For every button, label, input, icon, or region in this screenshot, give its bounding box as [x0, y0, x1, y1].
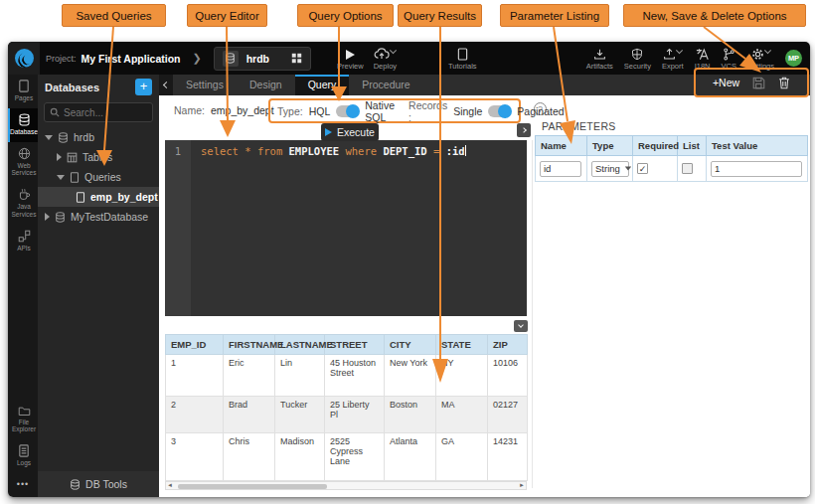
type-toggle[interactable]	[336, 105, 359, 117]
results-table: EMP_ID FIRSTNAME LASTNAME STREET CITY ST…	[165, 334, 528, 481]
collapse-panel-button[interactable]	[159, 75, 173, 95]
db-tab-label: hrdb	[246, 53, 269, 65]
col-firstname[interactable]: FIRSTNAME	[224, 335, 275, 355]
param-col-type: Type	[587, 136, 633, 156]
chevron-down-icon	[390, 47, 397, 54]
col-zip[interactable]: ZIP	[488, 335, 528, 355]
records-option-single[interactable]: Single	[453, 105, 482, 117]
param-col-required: Required	[633, 136, 678, 156]
param-name-input[interactable]	[540, 161, 581, 177]
table-row: 1Eric Lin45 Houston Street New YorkNY 10…	[166, 355, 528, 397]
play-icon	[344, 47, 356, 61]
rail-more-button[interactable]: •••	[8, 473, 38, 497]
delete-icon[interactable]	[778, 77, 790, 89]
globe-icon	[18, 147, 31, 160]
records-toggle[interactable]	[488, 105, 511, 117]
upload-tray-icon	[663, 47, 682, 61]
databases-icon	[18, 113, 31, 126]
col-street[interactable]: STREET	[325, 335, 385, 355]
required-checkbox[interactable]: ✓	[637, 163, 648, 174]
vcs-button[interactable]: VCS	[721, 47, 735, 71]
database-icon	[58, 132, 69, 143]
tree-node-emp-by-dept[interactable]: emp_by_dept	[38, 187, 159, 207]
callout-query-editor: Query Editor	[187, 4, 267, 27]
tab-settings[interactable]: Settings	[173, 75, 237, 95]
rail-item-web-services[interactable]: Web Services	[8, 142, 38, 184]
deploy-button[interactable]: Deploy	[374, 47, 397, 71]
query-name-value[interactable]: emp_by_dept	[211, 104, 274, 116]
param-col-name: Name	[536, 136, 587, 156]
tab-design[interactable]: Design	[237, 75, 295, 95]
expand-parameters-button[interactable]	[517, 123, 531, 137]
search-input[interactable]	[64, 107, 143, 118]
param-test-value-input[interactable]	[711, 161, 802, 177]
rail-item-databases[interactable]: Databases	[8, 108, 38, 142]
preview-button[interactable]: Preview	[337, 47, 364, 71]
scroll-left-icon[interactable]: ◄	[166, 482, 174, 489]
col-city[interactable]: CITY	[385, 335, 436, 355]
chevron-down-icon	[676, 47, 683, 54]
query-content: Name: emp_by_dept Type: HQL Native SQL R…	[159, 95, 810, 497]
chevron-down-icon	[518, 322, 524, 328]
grid-switcher-icon[interactable]	[291, 53, 302, 64]
type-option-native-sql[interactable]: Native SQL	[365, 99, 395, 123]
artifacts-button[interactable]: Artifacts	[586, 47, 613, 71]
export-button[interactable]: Export	[662, 47, 684, 71]
database-search-box[interactable]	[44, 102, 153, 122]
rail-item-pages[interactable]: Pages	[8, 75, 38, 108]
topbar-right-group: Artifacts Security Export	[586, 47, 810, 71]
records-option-paginated[interactable]: Paginated	[517, 105, 564, 117]
chevron-left-icon	[162, 82, 169, 88]
col-state[interactable]: STATE	[436, 335, 488, 355]
rail-item-apis[interactable]: APIs	[8, 225, 38, 258]
breadcrumb-chevron-icon: ❯	[192, 52, 201, 65]
tree-node-mytestdatabase[interactable]: MyTestDatabase	[38, 207, 159, 227]
param-col-list: List	[678, 136, 707, 156]
param-type-select[interactable]: String	[591, 161, 629, 177]
tree-node-queries[interactable]: Queries	[38, 167, 159, 187]
parameters-header-row: Name Type Required List Test Value	[536, 136, 808, 156]
open-db-tab[interactable]: hrdb	[214, 47, 311, 71]
parameter-row: String ✓	[536, 156, 808, 182]
tutorials-button[interactable]: Tutorials	[448, 47, 476, 71]
col-emp-id[interactable]: EMP_ID	[166, 335, 224, 355]
rail-item-file-explorer[interactable]: File Explorer	[8, 400, 38, 440]
rail-item-logs[interactable]: Logs	[8, 439, 38, 473]
collapse-results-button[interactable]	[514, 320, 528, 332]
callout-query-options: Query Options	[297, 4, 394, 27]
tab-query[interactable]: Query	[295, 75, 350, 95]
add-database-button[interactable]: +	[135, 79, 152, 95]
list-checkbox[interactable]	[682, 163, 693, 174]
security-button[interactable]: Security	[624, 47, 651, 71]
horizontal-scrollbar[interactable]: ◄ ►	[165, 481, 527, 490]
play-icon	[325, 128, 332, 136]
caret-right-icon	[45, 213, 50, 221]
toggle-knob	[346, 104, 360, 118]
caret-down-icon	[625, 167, 631, 171]
user-avatar[interactable]: MP	[785, 50, 802, 67]
col-lastname[interactable]: LASTNAME	[275, 335, 325, 355]
code-line: 1 select * from EMPLOYEE where DEPT_ID =…	[165, 140, 527, 157]
databases-panel-header: Databases +	[38, 75, 159, 99]
save-icon[interactable]	[752, 77, 765, 89]
db-tools-button[interactable]: DB Tools	[38, 471, 159, 497]
query-name-label: Name:	[174, 104, 205, 116]
branch-icon	[723, 47, 735, 61]
callout-parameter-listing: Parameter Listing	[500, 4, 609, 27]
i18n-button[interactable]: I18N	[695, 47, 711, 71]
callout-saved-queries: Saved Queries	[62, 4, 166, 27]
tree-node-tables[interactable]: Tables	[38, 147, 159, 167]
rail-item-java-services[interactable]: Java Services	[8, 183, 38, 225]
records-label: Records :	[408, 99, 447, 123]
scrollbar-thumb[interactable]	[178, 484, 327, 489]
tree-node-hrdb[interactable]: hrdb	[38, 127, 159, 147]
type-option-hql[interactable]: HQL	[309, 105, 331, 117]
sql-editor[interactable]: 1 select * from EMPLOYEE where DEPT_ID =…	[165, 140, 527, 316]
logo-block[interactable]	[8, 42, 40, 75]
tab-procedure[interactable]: Procedure	[349, 75, 422, 95]
scroll-right-icon[interactable]: ►	[518, 482, 526, 489]
execute-button[interactable]: Execute	[321, 123, 379, 141]
query-file-icon	[70, 172, 80, 183]
settings-button[interactable]: Settings	[747, 47, 774, 71]
new-query-button[interactable]: +New	[713, 77, 739, 88]
